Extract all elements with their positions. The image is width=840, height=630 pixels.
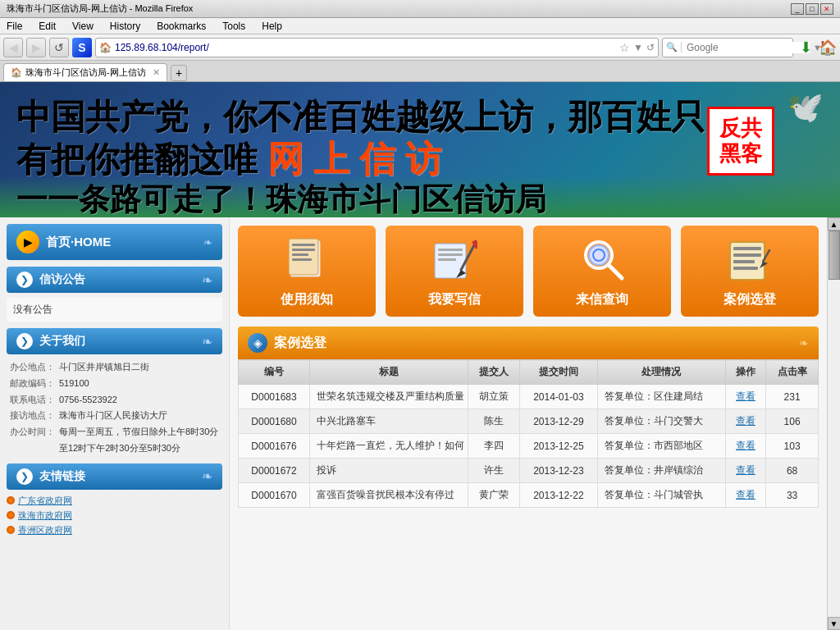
cell-clicks: 103 — [766, 434, 819, 459]
home-icon[interactable]: 🏠 — [819, 39, 837, 57]
col-header-clicks: 点击率 — [766, 360, 819, 385]
quick-links: 使用须知 — [238, 226, 819, 317]
about-phone-label: 联系电话： — [10, 392, 59, 409]
svg-rect-22 — [733, 253, 761, 257]
notice-section-header[interactable]: ❯ 信访公告 ❧ — [7, 267, 222, 293]
notice-deco: ❧ — [202, 272, 212, 288]
cell-date: 2013-12-25 — [520, 434, 597, 459]
menu-help[interactable]: Help — [258, 19, 285, 34]
scrollbar-track — [829, 231, 840, 617]
cell-action[interactable]: 查看 — [725, 385, 765, 409]
quick-link-query[interactable]: 来信查询 — [533, 226, 671, 317]
svg-line-18 — [609, 265, 622, 278]
browser-titlebar: 珠海市斗门区信访局-网上信访 - Mozilla Firefox _ □ ✕ — [0, 0, 840, 18]
back-button[interactable]: ◀ — [3, 38, 23, 57]
scrollbar-up-arrow[interactable]: ▲ — [828, 217, 841, 231]
svg-rect-5 — [292, 244, 315, 246]
titlebar-controls[interactable]: _ □ ✕ — [791, 3, 833, 15]
cell-date: 2013-12-22 — [520, 483, 597, 508]
scrollbar-thumb[interactable] — [829, 231, 840, 280]
about-content: 办公地点： 斗门区井岸镇旭日二街 邮政编码： 519100 联系电话： 0756… — [7, 359, 222, 457]
friend-link-2[interactable]: 香洲区政府网 — [7, 524, 222, 536]
friend-link-1[interactable]: 珠海市政府网 — [7, 509, 222, 522]
cell-status: 答复单位：井岸镇综治 — [597, 459, 725, 483]
case-section-deco: ❧ — [799, 336, 809, 349]
case-section-header: ◈ 案例选登 ❧ — [238, 326, 819, 359]
browser-toolbar: ◀ ▶ ↺ S 🏠 ☆ ▼ ↺ 🔍 ▼ ⬇ 🏠 — [0, 34, 840, 61]
friend-link-dot-2 — [7, 526, 15, 534]
new-tab-button[interactable]: + — [171, 65, 187, 81]
cell-id: D0001672 — [239, 459, 310, 483]
search-bar-container[interactable]: 🔍 ▼ — [662, 38, 793, 57]
svg-rect-12 — [438, 258, 456, 261]
active-tab[interactable]: 🏠 珠海市斗门区信访局-网上信访 ✕ — [3, 63, 167, 81]
about-section-header[interactable]: ❯ 关于我们 ❧ — [7, 328, 222, 354]
address-input[interactable] — [115, 42, 616, 53]
forward-button[interactable]: ▶ — [26, 38, 46, 57]
friends-section-icon: ❯ — [16, 468, 33, 485]
svg-rect-23 — [733, 260, 755, 263]
banner-highlight: 网 上 信 访 — [267, 139, 442, 179]
search-engine-icon[interactable]: 🔍 — [666, 42, 682, 52]
friend-link-0[interactable]: 广东省政府网 — [7, 495, 222, 507]
cell-status: 答复单位：区住建局结 — [597, 385, 725, 409]
menu-tools[interactable]: Tools — [219, 19, 249, 34]
cell-title: 富强百货噪音扰民根本没有停过 — [310, 483, 468, 508]
tab-close-button[interactable]: ✕ — [153, 67, 160, 78]
scrollbar-down-arrow[interactable]: ▼ — [828, 617, 841, 630]
menu-bookmarks[interactable]: Bookmarks — [153, 19, 209, 34]
bookmark-star-icon[interactable]: ☆ — [619, 41, 630, 54]
cell-action[interactable]: 查看 — [725, 434, 765, 459]
address-bar-container[interactable]: 🏠 ☆ ▼ ↺ — [95, 38, 659, 57]
cell-submitter: 胡立策 — [468, 385, 520, 409]
friends-section-header[interactable]: ❯ 友情链接 ❧ — [7, 463, 222, 490]
content-area: ▶ 首页·HOME ❧ ❯ 信访公告 ❧ 没有公告 ❯ 关于我们 ❧ — [0, 217, 840, 630]
home-button[interactable]: ▶ 首页·HOME ❧ — [7, 224, 222, 260]
cell-id: D0001680 — [239, 409, 310, 434]
banner-line1: 中国共产党，你不准百姓越级上访，那百姓只 — [16, 98, 705, 136]
sidebar: ▶ 首页·HOME ❧ ❯ 信访公告 ❧ 没有公告 ❯ 关于我们 ❧ — [0, 217, 230, 630]
cell-action[interactable]: 查看 — [725, 409, 765, 434]
cell-action[interactable]: 查看 — [725, 483, 765, 508]
menu-edit[interactable]: Edit — [35, 19, 59, 34]
col-header-title: 标题 — [310, 360, 468, 385]
cell-action[interactable]: 查看 — [725, 459, 765, 483]
cell-title: 投诉 — [310, 459, 468, 483]
quick-link-case-icon — [725, 235, 774, 285]
tab-label: 珠海市斗门区信访局-网上信访 — [25, 66, 146, 79]
browser-icon[interactable]: S — [72, 38, 92, 57]
about-phone-value: 0756-5523922 — [59, 392, 117, 409]
banner-red-box: 反共 黑客 — [707, 107, 774, 176]
svg-rect-8 — [292, 258, 312, 261]
quick-link-write[interactable]: 我要写信 — [386, 226, 523, 317]
menu-file[interactable]: File — [3, 19, 25, 34]
cell-id: D0001683 — [239, 385, 310, 409]
close-button[interactable]: ✕ — [820, 3, 833, 15]
cell-title: 中兴北路塞车 — [310, 409, 468, 434]
svg-point-17 — [589, 245, 609, 265]
quick-link-notice[interactable]: 使用须知 — [238, 226, 376, 317]
quick-link-write-icon — [430, 235, 479, 285]
svg-rect-11 — [438, 253, 463, 256]
refresh-icon[interactable]: ▼ — [633, 42, 643, 53]
quick-link-case[interactable]: 案例选登 — [681, 226, 819, 317]
banner-line3: 一一条路可走了！珠海市斗门区信访局 — [16, 182, 546, 217]
maximize-button[interactable]: □ — [806, 3, 819, 15]
address-favicon: 🏠 — [99, 42, 112, 53]
cell-status: 答复单位：斗门交警大 — [597, 409, 725, 434]
go-icon[interactable]: ↺ — [646, 42, 655, 53]
browser-title: 珠海市斗门区信访局-网上信访 - Mozilla Firefox — [7, 2, 791, 15]
notice-section-label: 信访公告 — [39, 272, 85, 287]
menu-history[interactable]: History — [107, 19, 144, 34]
download-icon[interactable]: ⬇ — [800, 39, 812, 57]
main-content: 使用须知 — [230, 217, 827, 630]
search-input[interactable] — [687, 42, 810, 53]
cell-clicks: 33 — [766, 483, 819, 508]
table-row: D0001680 中兴北路塞车 陈生 2013-12-29 答复单位：斗门交警大… — [239, 409, 819, 434]
menu-view[interactable]: View — [69, 19, 97, 34]
reload-button[interactable]: ↺ — [49, 38, 69, 57]
cell-clicks: 68 — [766, 459, 819, 483]
scrollbar[interactable]: ▲ ▼ — [827, 217, 840, 630]
minimize-button[interactable]: _ — [791, 3, 804, 15]
col-header-date: 提交时间 — [520, 360, 597, 385]
